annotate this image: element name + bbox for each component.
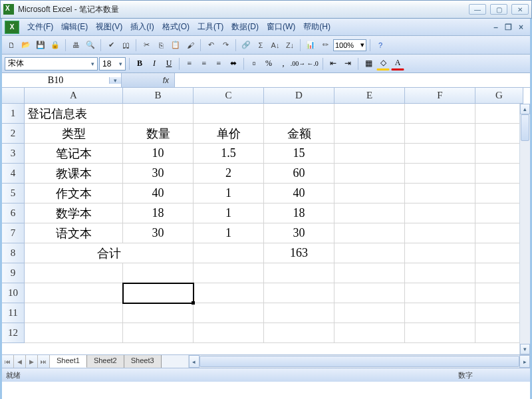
cell-b2[interactable]: 数量 xyxy=(123,124,194,144)
cell-f8[interactable] xyxy=(405,243,475,263)
name-box[interactable]: B10 ▾ xyxy=(2,73,122,87)
cell-b12[interactable] xyxy=(123,323,194,343)
row-header-8[interactable]: 8 xyxy=(2,243,25,263)
fill-color-icon[interactable]: ◇ xyxy=(376,57,390,70)
minimize-button[interactable]: — xyxy=(469,4,486,15)
cell-c6[interactable]: 1 xyxy=(194,203,264,223)
open-file-icon[interactable]: 📂 xyxy=(19,39,33,52)
menu-help[interactable]: 帮助(H) xyxy=(299,19,334,35)
cell-e12[interactable] xyxy=(334,323,405,343)
align-center-icon[interactable]: ≡ xyxy=(198,57,211,70)
cell-e11[interactable] xyxy=(334,303,405,323)
cell-e4[interactable] xyxy=(334,164,405,184)
cell-a12[interactable] xyxy=(25,323,123,343)
cell-e5[interactable] xyxy=(334,184,405,203)
scroll-up-icon[interactable]: ▴ xyxy=(520,104,530,114)
cell-a10[interactable] xyxy=(25,283,123,303)
new-file-icon[interactable]: 🗋 xyxy=(5,39,18,52)
formula-bar-input[interactable] xyxy=(175,73,530,87)
cell-a9[interactable] xyxy=(25,263,123,283)
permission-icon[interactable]: 🔒 xyxy=(49,39,62,52)
font-name-selector[interactable]: 宋体▾ xyxy=(5,57,98,70)
cell-f1[interactable] xyxy=(405,104,475,124)
align-right-icon[interactable]: ≡ xyxy=(212,57,225,70)
cell-c2[interactable]: 单价 xyxy=(194,124,264,144)
menu-tools[interactable]: 工具(T) xyxy=(194,19,227,35)
print-icon[interactable]: 🖶 xyxy=(69,39,82,52)
row-header-12[interactable]: 12 xyxy=(2,323,25,343)
cell-c1[interactable] xyxy=(194,104,264,124)
decrease-indent-icon[interactable]: ⇤ xyxy=(327,57,340,70)
cell-a11[interactable] xyxy=(25,303,123,323)
cell-c9[interactable] xyxy=(194,263,264,283)
cell-d1[interactable] xyxy=(264,104,334,124)
menu-edit[interactable]: 编辑(E) xyxy=(57,19,92,35)
cell-f7[interactable] xyxy=(405,223,475,243)
cell-f6[interactable] xyxy=(405,203,475,223)
col-header-b[interactable]: B xyxy=(123,88,194,104)
sheet-tab-2[interactable]: Sheet2 xyxy=(87,355,124,368)
vertical-scrollbar[interactable]: ▴ ▾ xyxy=(519,104,530,354)
row-header-11[interactable]: 11 xyxy=(2,303,25,323)
cell-d8[interactable]: 163 xyxy=(264,243,334,263)
row-header-2[interactable]: 2 xyxy=(2,124,25,144)
drawing-icon[interactable]: ✏ xyxy=(319,39,332,52)
cell-d11[interactable] xyxy=(264,303,334,323)
merge-center-icon[interactable]: ⬌ xyxy=(227,57,240,70)
cell-a6[interactable]: 数学本 xyxy=(25,203,123,223)
row-header-4[interactable]: 4 xyxy=(2,164,25,184)
doc-minimize-button[interactable]: – xyxy=(493,23,498,32)
cut-icon[interactable]: ✂ xyxy=(140,39,153,52)
cell-f5[interactable] xyxy=(405,184,475,203)
cell-e8[interactable] xyxy=(334,243,405,263)
cell-d3[interactable]: 15 xyxy=(264,144,334,164)
autosum-icon[interactable]: Σ xyxy=(254,39,267,52)
cell-b9[interactable] xyxy=(123,263,194,283)
cell-d7[interactable]: 30 xyxy=(264,223,334,243)
cell-b7[interactable]: 30 xyxy=(123,223,194,243)
cell-e2[interactable] xyxy=(334,124,405,144)
doc-restore-button[interactable]: ❐ xyxy=(505,23,512,32)
increase-indent-icon[interactable]: ⇥ xyxy=(341,57,354,70)
cell-a7[interactable]: 语文本 xyxy=(25,223,123,243)
cell-d9[interactable] xyxy=(264,263,334,283)
copy-icon[interactable]: ⎘ xyxy=(154,39,168,52)
cell-g7[interactable] xyxy=(475,223,523,243)
cell-e6[interactable] xyxy=(334,203,405,223)
cell-c10[interactable] xyxy=(194,283,264,303)
tab-nav-first-icon[interactable]: ⏮ xyxy=(2,355,14,368)
row-header-7[interactable]: 7 xyxy=(2,223,25,243)
cell-g6[interactable] xyxy=(475,203,523,223)
menu-format[interactable]: 格式(O) xyxy=(158,19,194,35)
col-header-g[interactable]: G xyxy=(475,88,523,104)
row-header-10[interactable]: 10 xyxy=(2,283,25,303)
scroll-right-icon[interactable]: ▸ xyxy=(519,355,530,368)
cell-a3[interactable]: 笔记本 xyxy=(25,144,123,164)
print-preview-icon[interactable]: 🔍 xyxy=(84,39,97,52)
row-header-5[interactable]: 5 xyxy=(2,184,25,203)
cell-a1[interactable]: 登记信息表 xyxy=(25,104,123,124)
cell-f11[interactable] xyxy=(405,303,475,323)
borders-icon[interactable]: ▦ xyxy=(362,57,375,70)
cell-a8-merged[interactable]: 合计 xyxy=(25,243,194,263)
currency-icon[interactable]: ¤ xyxy=(247,57,261,70)
cell-g5[interactable] xyxy=(475,184,523,203)
hyperlink-icon[interactable]: 🔗 xyxy=(239,39,253,52)
spellcheck-icon[interactable]: ✔ xyxy=(104,39,118,52)
bold-button[interactable]: B xyxy=(133,57,146,70)
cell-a4[interactable]: 教课本 xyxy=(25,164,123,184)
font-color-icon[interactable]: A xyxy=(391,57,404,70)
insert-function-button[interactable]: fx xyxy=(122,73,175,87)
cell-g10[interactable] xyxy=(475,283,523,303)
cell-d2[interactable]: 金额 xyxy=(264,124,334,144)
row-header-3[interactable]: 3 xyxy=(2,144,25,164)
col-header-d[interactable]: D xyxy=(264,88,334,104)
scroll-down-icon[interactable]: ▾ xyxy=(520,344,530,354)
paste-icon[interactable]: 📋 xyxy=(169,39,182,52)
sheet-tab-3[interactable]: Sheet3 xyxy=(124,355,162,368)
cell-c11[interactable] xyxy=(194,303,264,323)
cell-c7[interactable]: 1 xyxy=(194,223,264,243)
row-header-6[interactable]: 6 xyxy=(2,203,25,223)
cell-g8[interactable] xyxy=(475,243,523,263)
cell-d4[interactable]: 60 xyxy=(264,164,334,184)
